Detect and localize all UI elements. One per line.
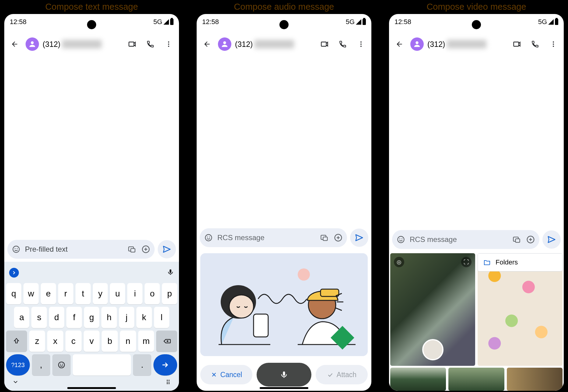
contact-number-blurred [254, 40, 294, 48]
nav-handle[interactable] [67, 387, 116, 389]
call-button[interactable] [528, 37, 542, 51]
compose-text-input[interactable]: Pre-filled text [25, 245, 123, 254]
contact-number-blurred [62, 40, 102, 48]
videocall-button[interactable] [125, 37, 139, 51]
keyboard-switch-button[interactable]: ⠿ [166, 379, 171, 386]
key-r[interactable]: r [58, 283, 73, 304]
keyboard-collapse-button[interactable] [12, 379, 19, 387]
lens-icon[interactable]: ◎ [394, 257, 404, 267]
mic-icon[interactable] [167, 268, 174, 277]
back-button[interactable] [200, 37, 214, 51]
plus-icon[interactable] [141, 244, 151, 254]
compose-text-input[interactable]: RCS message [217, 233, 315, 242]
send-button[interactable] [158, 240, 176, 258]
shutter-button[interactable] [422, 339, 444, 360]
cancel-button[interactable]: Cancel [200, 365, 252, 384]
key-x[interactable]: x [47, 331, 63, 352]
compose-pill[interactable]: RCS message [200, 228, 347, 247]
overflow-button[interactable] [354, 37, 368, 51]
key-enter[interactable] [153, 354, 177, 376]
key-q[interactable]: q [6, 283, 21, 304]
contact-avatar[interactable] [26, 37, 39, 51]
key-v[interactable]: v [84, 331, 100, 352]
key-g[interactable]: g [84, 307, 99, 328]
key-numbers[interactable]: ?123 [6, 354, 30, 376]
gallery-icon[interactable] [319, 233, 329, 243]
key-h[interactable]: h [101, 307, 117, 328]
keyboard-expand-button[interactable] [9, 268, 19, 278]
key-space[interactable] [73, 354, 131, 376]
videocall-button[interactable] [510, 37, 524, 51]
gallery-icon[interactable] [511, 234, 522, 245]
key-y[interactable]: y [93, 283, 108, 304]
call-button[interactable] [143, 37, 158, 51]
gallery-thumb-1[interactable] [390, 368, 446, 391]
emoji-icon[interactable] [11, 244, 21, 254]
contact-number-prefix: (312) [43, 40, 60, 49]
emoji-icon[interactable] [203, 233, 214, 243]
svg-rect-8 [131, 249, 135, 252]
send-button[interactable] [542, 230, 561, 249]
compose-pill[interactable]: Pre-filled text [7, 240, 155, 259]
key-w[interactable]: w [23, 283, 39, 304]
svg-point-20 [209, 236, 210, 237]
record-button[interactable] [257, 363, 311, 387]
key-l[interactable]: l [154, 307, 169, 328]
back-button[interactable] [392, 37, 407, 51]
call-button[interactable] [335, 37, 350, 51]
key-p[interactable]: p [162, 283, 177, 304]
compose-text-input[interactable]: RCS message [410, 235, 508, 244]
folders-button[interactable]: Folders [478, 253, 563, 271]
nav-handle[interactable] [260, 387, 308, 389]
gallery-thumb-3[interactable] [507, 368, 563, 391]
gallery-thumb-2[interactable] [448, 368, 504, 391]
fullscreen-icon[interactable]: ⛶ [461, 257, 472, 267]
svg-point-39 [399, 238, 400, 239]
key-comma[interactable]: , [32, 354, 50, 376]
key-j[interactable]: j [119, 307, 134, 328]
compose-pill[interactable]: RCS message [392, 230, 539, 249]
gallery-thumb-food[interactable]: Folders [478, 253, 563, 366]
contact-avatar[interactable] [410, 37, 424, 51]
send-button[interactable] [350, 229, 368, 247]
status-network: 5G [538, 18, 547, 26]
key-n[interactable]: n [120, 331, 136, 352]
key-a[interactable]: a [14, 307, 29, 328]
key-s[interactable]: s [31, 307, 47, 328]
key-shift[interactable] [6, 331, 27, 352]
conversation-area[interactable] [197, 58, 371, 226]
keyboard-row-3: z x c v b n m [6, 331, 177, 352]
key-backspace[interactable] [156, 331, 177, 352]
key-k[interactable]: k [136, 307, 152, 328]
overflow-button[interactable] [161, 37, 176, 51]
contact-avatar[interactable] [218, 37, 231, 51]
key-emoji[interactable] [52, 354, 71, 376]
key-c[interactable]: c [65, 331, 82, 352]
svg-point-35 [553, 41, 554, 43]
contact-name[interactable]: (312) [235, 40, 314, 49]
videocall-button[interactable] [317, 37, 332, 51]
key-i[interactable]: i [127, 283, 142, 304]
key-f[interactable]: f [66, 307, 82, 328]
key-m[interactable]: m [138, 331, 154, 352]
conversation-area[interactable] [4, 58, 179, 237]
key-u[interactable]: u [110, 283, 125, 304]
emoji-icon[interactable] [396, 234, 406, 245]
key-d[interactable]: d [49, 307, 64, 328]
conversation-area[interactable] [389, 58, 564, 228]
key-t[interactable]: t [75, 283, 91, 304]
contact-name[interactable]: (312) [427, 40, 506, 49]
cancel-label: Cancel [220, 371, 242, 379]
key-o[interactable]: o [145, 283, 160, 304]
overflow-button[interactable] [546, 37, 561, 51]
plus-icon[interactable] [333, 233, 343, 243]
camera-viewfinder-tile[interactable]: ◎ ⛶ [390, 253, 475, 366]
contact-name[interactable]: (312) [43, 40, 121, 49]
gallery-icon[interactable] [127, 244, 137, 254]
back-button[interactable] [7, 37, 22, 51]
key-period[interactable]: . [133, 354, 151, 376]
plus-icon[interactable] [525, 234, 536, 245]
key-b[interactable]: b [102, 331, 118, 352]
key-e[interactable]: e [41, 283, 56, 304]
key-z[interactable]: z [29, 331, 45, 352]
